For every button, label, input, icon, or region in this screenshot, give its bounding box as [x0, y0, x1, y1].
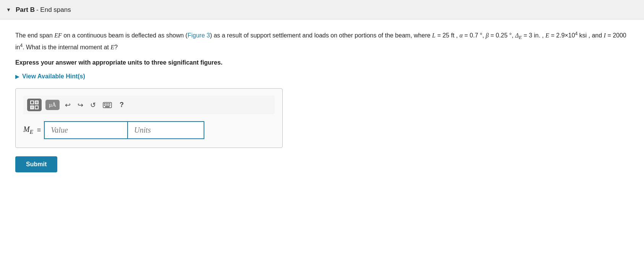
undo-button[interactable]: ↩ — [63, 100, 72, 110]
delta-eq: = 3 — [522, 32, 534, 39]
input-row: ME = — [23, 121, 275, 139]
L-unit: ft — [451, 32, 455, 39]
svg-rect-7 — [107, 105, 108, 106]
svg-rect-8 — [109, 105, 110, 106]
L-symbol: L — [432, 32, 435, 39]
svg-rect-4 — [109, 103, 110, 104]
part-header: ▼ Part B - End spans — [0, 0, 644, 19]
help-button[interactable]: ? — [117, 100, 126, 110]
units-input[interactable] — [128, 121, 204, 139]
symbol-mu-btn[interactable]: μÅ — [45, 100, 60, 110]
hint-label: View Available Hint(s) — [22, 73, 85, 80]
svg-rect-5 — [104, 105, 105, 106]
beta-symbol: β — [486, 32, 489, 39]
problem-text: The end span EF on a continuous beam is … — [15, 30, 629, 52]
answer-toolbar: μÅ ↩ ↪ ↺ — [23, 96, 275, 114]
alpha-eq: = 0.7 °, — [463, 32, 485, 39]
question-mark: ? — [114, 44, 118, 50]
answer-box: μÅ ↩ ↪ ↺ — [15, 88, 283, 148]
text-end: . What is the internal moment at — [23, 44, 110, 50]
text-before-fig: The end span — [15, 32, 54, 39]
E-symbol: E — [545, 32, 549, 39]
instruction-text: Express your answer with appropriate uni… — [15, 59, 629, 66]
svg-rect-1 — [104, 103, 105, 104]
delta-symbol: ΔE — [515, 32, 522, 39]
matrix-icon — [30, 101, 39, 109]
submit-button[interactable]: Submit — [15, 156, 57, 172]
ef-symbol: EF — [54, 32, 62, 39]
redo-button[interactable]: ↪ — [76, 100, 85, 110]
E-exp: 4 — [575, 31, 578, 36]
reset-button[interactable]: ↺ — [89, 100, 97, 110]
text-after-ef: on a continuous beam is deflected as sho… — [62, 32, 188, 39]
L-eq: = 25 — [435, 32, 451, 39]
E-unit: ksi — [579, 32, 587, 39]
matrix-btn-group[interactable] — [27, 99, 42, 111]
content-area: The end span EF on a continuous beam is … — [0, 19, 644, 183]
keyboard-icon — [103, 102, 112, 108]
E-point: E — [110, 44, 114, 50]
equals-sign: = — [37, 126, 41, 134]
keyboard-button[interactable] — [101, 101, 113, 109]
svg-rect-6 — [105, 105, 107, 106]
I-eq: = 2000 — [606, 32, 626, 39]
I-unit: in — [15, 44, 20, 50]
me-label: ME — [23, 125, 33, 135]
hint-link[interactable]: ▶ View Available Hint(s) — [15, 73, 629, 80]
svg-rect-2 — [105, 103, 107, 104]
delta-unit: in. — [534, 32, 540, 39]
submit-area: Submit — [15, 156, 629, 172]
part-subtitle: - End spans — [36, 6, 71, 14]
figure-3-link[interactable]: Figure 3 — [188, 32, 210, 39]
svg-rect-9 — [105, 106, 110, 107]
E-eq: = 2.9×10 — [549, 32, 575, 39]
hint-arrow-icon: ▶ — [15, 74, 19, 79]
svg-rect-3 — [107, 103, 108, 104]
collapse-chevron-icon[interactable]: ▼ — [6, 7, 11, 13]
value-input[interactable] — [44, 121, 128, 139]
page-container: ▼ Part B - End spans The end span EF on … — [0, 0, 644, 266]
beta-eq: = 0.25 °, — [489, 32, 515, 39]
part-b-label: Part B — [16, 6, 35, 14]
text-after-fig: ) as a result of support settlement and … — [210, 32, 432, 39]
